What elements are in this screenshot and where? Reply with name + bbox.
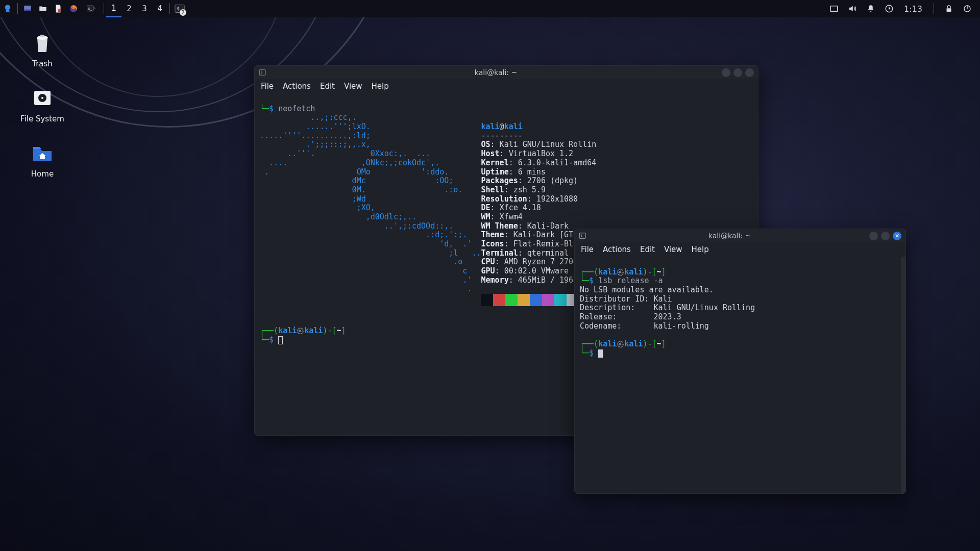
menubar: File Actions Edit View Help	[575, 242, 905, 257]
desktop-icon-home[interactable]: Home	[14, 140, 70, 179]
desktop-icon-label: File System	[20, 114, 64, 123]
menu-edit[interactable]: Edit	[320, 82, 335, 91]
menu-view[interactable]: View	[664, 245, 682, 254]
clock[interactable]: 1:13	[902, 4, 924, 14]
volume-icon[interactable]	[847, 3, 858, 14]
workspace-3[interactable]: 3	[137, 0, 152, 17]
workspace-overview-icon[interactable]	[828, 3, 840, 14]
workspace-2[interactable]: 2	[121, 0, 137, 17]
svg-point-2	[58, 9, 61, 12]
desktop-icon-label: Trash	[32, 59, 53, 68]
workspace-4[interactable]: 4	[152, 0, 167, 17]
svg-text:$_: $_	[88, 7, 92, 11]
desktop-icon-filesystem[interactable]: File System	[14, 85, 70, 123]
updates-icon[interactable]	[884, 3, 895, 14]
svg-point-17	[41, 97, 43, 99]
menu-edit[interactable]: Edit	[640, 245, 655, 254]
svg-rect-1	[24, 10, 31, 11]
drive-icon	[29, 85, 56, 111]
taskbar-badge: 2	[180, 9, 186, 16]
maximize-button[interactable]	[881, 232, 890, 240]
home-folder-icon	[29, 140, 56, 166]
titlebar[interactable]: $ kali@kali: ~ ✕	[575, 229, 905, 242]
svg-rect-14	[40, 35, 44, 37]
terminal-launcher[interactable]: $_	[81, 0, 102, 17]
lock-icon[interactable]	[943, 3, 954, 14]
maximize-button[interactable]	[733, 68, 742, 77]
color-swatches	[481, 294, 579, 306]
scrollbar[interactable]	[901, 257, 905, 493]
menu-help[interactable]: Help	[372, 82, 389, 91]
window-icon: $	[259, 69, 266, 76]
minimize-button[interactable]	[869, 232, 878, 240]
text-editor-launcher[interactable]	[51, 0, 66, 17]
menu-file[interactable]: File	[261, 82, 274, 91]
menu-actions[interactable]: Actions	[603, 245, 631, 254]
terminal-window-lsbrelease[interactable]: $ kali@kali: ~ ✕ File Actions Edit View …	[574, 229, 906, 494]
menu-view[interactable]: View	[344, 82, 362, 91]
firefox-launcher[interactable]	[66, 0, 81, 17]
app-menu-button[interactable]	[0, 0, 15, 17]
menu-file[interactable]: File	[581, 245, 594, 254]
show-desktop-button[interactable]	[20, 0, 35, 17]
terminal-content[interactable]: ┌──(kali㉿kali)-[~] └─$ lsb_release -a No…	[575, 257, 905, 493]
power-icon[interactable]	[962, 3, 973, 14]
close-button[interactable]: ✕	[893, 232, 901, 240]
menu-help[interactable]: Help	[692, 245, 709, 254]
desktop-icon-trash[interactable]: Trash	[14, 30, 70, 68]
top-panel: $_ 1 2 3 4 $_ 2 1:13	[0, 0, 980, 17]
desktop-icons: Trash File System Home	[14, 30, 70, 195]
window-icon: $	[579, 232, 586, 239]
close-button[interactable]	[745, 68, 754, 77]
svg-rect-10	[947, 8, 951, 12]
file-manager-launcher[interactable]	[35, 0, 51, 17]
svg-rect-8	[830, 6, 838, 12]
titlebar[interactable]: $ kali@kali: ~	[255, 66, 758, 79]
cursor	[598, 349, 603, 358]
taskbar-terminal-group[interactable]: $_ 2	[172, 0, 187, 17]
trash-icon	[29, 30, 56, 56]
svg-text:$: $	[581, 234, 583, 238]
neofetch-ascii: ..,;:ccc,. ......''';lxO. .....''''.....…	[260, 113, 481, 293]
menu-actions[interactable]: Actions	[283, 82, 311, 91]
minimize-button[interactable]	[722, 68, 730, 77]
workspace-1[interactable]: 1	[106, 0, 121, 17]
window-title: kali@kali: ~	[590, 232, 869, 240]
svg-text:$: $	[261, 70, 263, 74]
desktop-icon-label: Home	[31, 169, 54, 179]
menubar: File Actions Edit View Help	[255, 79, 758, 93]
window-title: kali@kali: ~	[270, 68, 722, 77]
cursor	[278, 336, 283, 344]
notifications-icon[interactable]	[865, 3, 876, 14]
